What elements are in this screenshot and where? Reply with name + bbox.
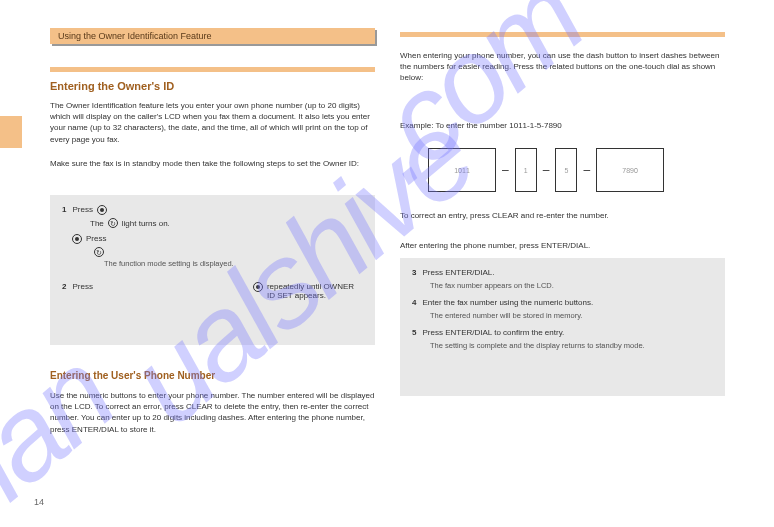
dash-separator: – xyxy=(543,163,550,177)
radio-dot-icon xyxy=(97,205,107,215)
step-1b-text: Press xyxy=(86,234,106,243)
rotate-icon: ↻ xyxy=(108,218,118,228)
step-1a-after: light turns on. xyxy=(122,219,170,228)
para-left-1: The Owner Identification feature lets yo… xyxy=(50,100,375,145)
step-1b-sub: The function mode setting is displayed. xyxy=(104,259,363,268)
side-tab xyxy=(0,116,22,148)
right-text-4: After entering the phone number, press E… xyxy=(400,240,725,251)
section-title-left: Entering the Owner's ID xyxy=(50,80,174,92)
para-left-2: Make sure the fax is in standby mode the… xyxy=(50,158,375,169)
input-box-3: 5 xyxy=(555,148,577,192)
step-3-num: 3 xyxy=(412,268,416,277)
page-number: 14 xyxy=(34,497,44,507)
dash-separator: – xyxy=(502,163,509,177)
step-5-text: Press ENTER/DIAL to confirm the entry. xyxy=(422,328,564,337)
step-5-num: 5 xyxy=(412,328,416,337)
step-4-num: 4 xyxy=(412,298,416,307)
step-1-text: Press xyxy=(72,205,92,214)
steps-box-right: 3 Press ENTER/DIAL. The fax number appea… xyxy=(400,258,725,396)
step-4-text: Enter the fax number using the numeric b… xyxy=(422,298,593,307)
step-2-after: repeatedly until OWNER ID SET appears. xyxy=(267,282,363,300)
right-text-2: Example: To enter the number 1011-1-5-78… xyxy=(400,120,725,131)
step-3-text: Press ENTER/DIAL. xyxy=(422,268,494,277)
accent-bar-right xyxy=(400,32,725,37)
step-4-sub: The entered number will be stored in mem… xyxy=(430,311,713,320)
right-text-1: When entering your phone number, you can… xyxy=(400,50,725,84)
dash-separator: – xyxy=(583,163,590,177)
step-2-num: 2 xyxy=(62,282,66,291)
subhead-left: Entering the User's Phone Number xyxy=(50,370,215,381)
header-bar: Using the Owner Identification Feature xyxy=(50,28,375,44)
input-box-4: 7890 xyxy=(596,148,664,192)
header-title: Using the Owner Identification Feature xyxy=(58,31,212,41)
step-1-num: 1 xyxy=(62,205,66,214)
steps-box-left: 1 Press The ↻ light turns on. Press ↻ Th… xyxy=(50,195,375,345)
rotate-icon: ↻ xyxy=(94,247,104,257)
radio-dot-icon xyxy=(253,282,263,292)
para-left-3: Use the numeric buttons to enter your ph… xyxy=(50,390,375,435)
radio-dot-icon xyxy=(72,234,82,244)
step-5-sub: The setting is complete and the display … xyxy=(430,341,713,350)
right-text-3: To correct an entry, press CLEAR and re-… xyxy=(400,210,725,221)
input-boxes-diagram: 1011 – 1 – 5 – 7890 xyxy=(428,148,664,192)
step-3-sub: The fax number appears on the LCD. xyxy=(430,281,713,290)
input-box-2: 1 xyxy=(515,148,537,192)
step-1a-text: The xyxy=(90,219,104,228)
accent-bar-left xyxy=(50,67,375,72)
step-2-text: Press xyxy=(72,282,92,291)
input-box-1: 1011 xyxy=(428,148,496,192)
